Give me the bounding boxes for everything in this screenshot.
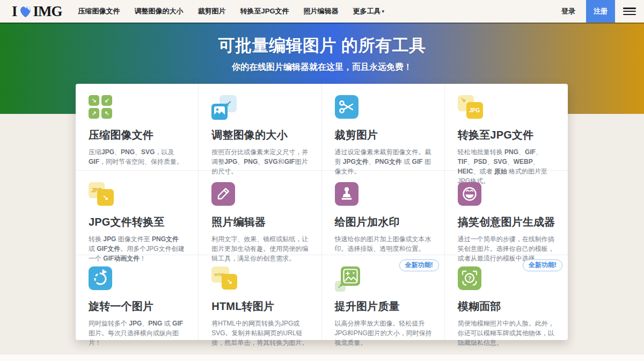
compress-icon: ↘ ↙ ↗ ↖ bbox=[89, 95, 186, 121]
footer-strip bbox=[0, 355, 644, 361]
watermark-icon bbox=[335, 182, 433, 208]
tool-card[interactable]: 旋转一个图片 同时旋转多个 JPG、PNG 或 GIF 图片。每次只选择横向或纵… bbox=[76, 255, 199, 340]
tool-card[interactable]: HTML ↘ HTML转图片 将HTML中的网页转换为JPG或SVG。复制并粘贴… bbox=[199, 255, 321, 340]
tool-card[interactable]: 搞笑创意图片生成器 通过一个简单的步骤，在线制作搞笑创意图片。选择你自己的模板，… bbox=[445, 171, 568, 255]
tool-description: 以高分辨率放大图像。轻松提升JPG和PNG图片的大小，同时保持视觉质量。 bbox=[335, 319, 433, 348]
tool-description: 同时旋转多个 JPG、PNG 或 GIF 图片。每次只选择横向或纵向图片！ bbox=[89, 319, 186, 348]
top-nav: I IMG 压缩图像文件调整图像的大小裁剪图片转换至JPG文件照片编辑器更多工具… bbox=[0, 0, 644, 23]
nav-item[interactable]: 裁剪图片 bbox=[198, 6, 226, 16]
nav-item[interactable]: 更多工具▾ bbox=[353, 6, 385, 16]
tools-grid: ↘ ↙ ↗ ↖ 压缩图像文件 压缩JPG、PNG、SVG，以及GIF，同时节省空… bbox=[76, 84, 568, 340]
site-logo[interactable]: I IMG bbox=[12, 4, 62, 19]
tool-title: 转换至JPG文件 bbox=[458, 128, 556, 142]
tool-title: 调整图像的大小 bbox=[211, 128, 309, 142]
tool-description: 压缩JPG、PNG、SVG，以及GIF，同时节省空间、保持质量。 bbox=[89, 147, 186, 167]
hero-subtitle: 你的在线图片编辑器就在这里，而且永远免费！ bbox=[0, 62, 644, 73]
crop-icon bbox=[335, 95, 433, 121]
tool-card[interactable]: 裁剪图片 通过设定像素来裁剪图像文件。裁剪 JPG文件、PNG文件 或 GIF … bbox=[322, 84, 445, 171]
html-to-image-icon: HTML ↘ bbox=[211, 266, 309, 292]
nav-right: 登录 注册 bbox=[561, 0, 644, 23]
tool-card[interactable]: 全新功能! ↗ 提升图片质量 以高分辨率放大图像。轻松提升JPG和PNG图片的大… bbox=[322, 255, 445, 340]
nav-item[interactable]: 调整图像的大小 bbox=[135, 6, 184, 16]
tool-title: 给图片加水印 bbox=[335, 215, 433, 229]
resize-icon: ↙ bbox=[211, 95, 309, 121]
tool-description: 简便地模糊照片中的人脸。此外，你还可以模糊车牌或其他物体，以隐藏隐私信息。 bbox=[458, 319, 556, 348]
tool-card[interactable]: JPG ↘ JPG文件转换至 转换 JPG 图像文件至 PNG文件 或 GIF文… bbox=[76, 171, 199, 255]
menu-icon[interactable] bbox=[623, 8, 636, 15]
svg-text:?: ? bbox=[467, 275, 471, 281]
upscale-icon: ↗ bbox=[335, 266, 433, 292]
tool-title: 模糊面部 bbox=[458, 299, 556, 314]
tool-title: JPG文件转换至 bbox=[89, 215, 186, 229]
signup-button[interactable]: 注册 bbox=[586, 0, 615, 23]
convert-to-jpg-icon: ↘ JPG bbox=[458, 95, 556, 121]
tool-card[interactable]: ↙ 调整图像的大小 按照百分比或像素来定义尺寸，并调整JPG、PNG、SVG和G… bbox=[199, 84, 321, 171]
tool-title: 照片编辑器 bbox=[211, 215, 309, 229]
convert-from-jpg-icon: JPG ↘ bbox=[89, 182, 186, 208]
tool-card[interactable]: 全新功能! ? 模糊面部 简便地模糊照片中的人脸。此外，你还可以模糊车牌或其他物… bbox=[445, 255, 568, 340]
tool-title: 压缩图像文件 bbox=[89, 128, 186, 142]
meme-icon bbox=[458, 182, 556, 208]
tool-card[interactable]: ↘ JPG 转换至JPG文件 轻松地批量转换 PNG、GIF、TIF、PSD、S… bbox=[445, 84, 568, 171]
chevron-down-icon: ▾ bbox=[382, 9, 385, 14]
nav-item[interactable]: 压缩图像文件 bbox=[78, 6, 120, 16]
heart-icon bbox=[18, 5, 33, 18]
tool-title: 搞笑创意图片生成器 bbox=[458, 215, 556, 229]
rotate-icon bbox=[89, 266, 186, 292]
tool-description: 快速给你的图片加上图像或文本水印。选择排版、透明度和位置。 bbox=[335, 234, 433, 254]
nav-items: 压缩图像文件调整图像的大小裁剪图片转换至JPG文件照片编辑器更多工具▾ bbox=[78, 6, 385, 16]
tool-title: HTML转图片 bbox=[211, 299, 309, 314]
tool-card[interactable]: 给图片加水印 快速给你的图片加上图像或文本水印。选择排版、透明度和位置。 bbox=[322, 171, 445, 255]
nav-item[interactable]: 照片编辑器 bbox=[304, 6, 339, 16]
tool-card[interactable]: ↘ ↙ ↗ ↖ 压缩图像文件 压缩JPG、PNG、SVG，以及GIF，同时节省空… bbox=[76, 84, 199, 171]
tool-title: 提升图片质量 bbox=[335, 299, 433, 314]
tool-title: 旋转一个图片 bbox=[89, 299, 186, 314]
tool-card[interactable]: 照片编辑器 利用文字、效果、镜框或贴纸，让图片更加生动有趣。使用简便的编辑工具，… bbox=[199, 171, 321, 255]
blur-face-icon: ? bbox=[458, 266, 556, 292]
login-link[interactable]: 登录 bbox=[561, 6, 575, 16]
photo-editor-icon bbox=[211, 182, 309, 208]
nav-item[interactable]: 转换至JPG文件 bbox=[240, 6, 289, 16]
tool-title: 裁剪图片 bbox=[335, 128, 433, 142]
hero-title: 可批量编辑图片 的所有工具 bbox=[0, 23, 644, 57]
logo-text-right: IMG bbox=[33, 4, 62, 19]
tool-description: 将HTML中的网页转换为JPG或SVG。复制并粘贴网页的URL链接，然后单击，将… bbox=[211, 319, 309, 348]
logo-text-left: I bbox=[12, 4, 17, 19]
